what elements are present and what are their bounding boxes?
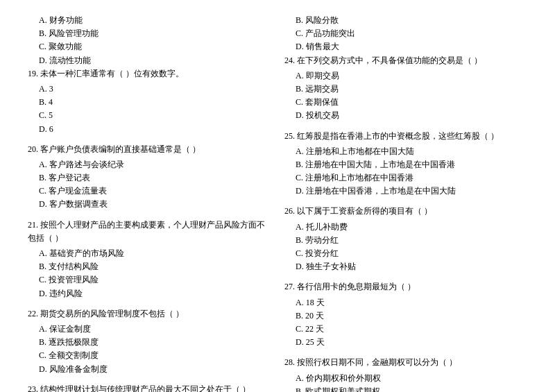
question-option: A. 保证金制度 (28, 323, 271, 336)
question-option: D. 流动性功能 (28, 54, 271, 67)
question-title: 25. 红筹股是指在香港上市的中资概念股，这些红筹股（ ） (284, 130, 527, 143)
question-option: D. 违约风险 (28, 287, 271, 300)
question-block: 23. 结构性理财计划与传统理财产品的最大不同之处在于（ ）A. 收益率高 (28, 383, 271, 392)
question-option: D. 注册地在中国香港，上市地是在中国大陆 (284, 185, 527, 198)
question-option: B. 客户登记表 (28, 171, 271, 185)
question-option: A. 托儿补助费 (284, 221, 527, 234)
question-option: B. 劳动分红 (284, 234, 527, 247)
question-option: A. 价内期权和价外期权 (284, 372, 527, 385)
question-option: B. 支付结构风险 (28, 260, 271, 273)
question-block: 21. 按照个人理财产品的主要构成要素，个人理财产品风险方面不包括（ ）A. 基… (28, 219, 271, 300)
question-block: 25. 红筹股是指在香港上市的中资概念股，这些红筹股（ ）A. 注册地和上市地都… (284, 130, 527, 198)
question-option: B. 20 天 (284, 309, 527, 323)
question-title: 23. 结构性理财计划与传统理财产品的最大不同之处在于（ ） (28, 383, 271, 392)
question-option: A. 财务功能 (28, 14, 271, 27)
question-option: D. 风险准备金制度 (28, 363, 271, 376)
question-option: D. 投机交易 (284, 109, 527, 122)
question-option: C. 注册地和上市地都在中国香港 (284, 171, 527, 185)
question-option: C. 套期保值 (284, 96, 527, 109)
question-option: A. 3 (28, 83, 271, 96)
question-option: C. 产品功能突出 (284, 27, 527, 40)
question-option: C. 全额交割制度 (28, 349, 271, 362)
right-column: B. 风险分散C. 产品功能突出D. 销售最大24. 在下列交易方式中，不具备保… (278, 14, 527, 392)
question-option: B. 逐跌抵极限度 (28, 336, 271, 349)
question-block: 28. 按照行权日期不同，金融期权可以分为（ ）A. 价内期权和价外期权B. 欧… (284, 356, 527, 392)
question-option: D. 6 (28, 123, 271, 136)
question-option: B. 风险管理功能 (28, 27, 271, 40)
left-column: A. 财务功能B. 风险管理功能C. 聚敛功能D. 流动性功能19. 未体一种汇… (28, 14, 278, 392)
question-option: C. 客户现金流量表 (28, 185, 271, 198)
question-option: A. 注册地和上市地都在中国大陆 (284, 145, 527, 158)
question-block: 26. 以下属于工资薪金所得的项目有（ ）A. 托儿补助费B. 劳动分红C. 投… (284, 205, 527, 273)
question-option: A. 18 天 (284, 296, 527, 309)
question-block: 19. 未体一种汇率通常有（ ）位有效数字。A. 3B. 4C. 5D. 6 (28, 67, 271, 136)
question-title: 19. 未体一种汇率通常有（ ）位有效数字。 (28, 67, 271, 80)
question-block: 27. 各行信用卡的免息期最短为（ ）A. 18 天B. 20 天C. 22 天… (284, 280, 527, 349)
question-option: D. 25 天 (284, 336, 527, 349)
question-option: C. 5 (28, 109, 271, 122)
question-option: D. 销售最大 (284, 40, 527, 53)
question-option: B. 远期交易 (284, 83, 527, 96)
question-block: 20. 客户账户负债表编制的直接基础通常是（ ）A. 客户路述与会谈纪录B. 客… (28, 143, 271, 212)
question-block: 22. 期货交易所的风险管理制度不包括（ ）A. 保证金制度B. 逐跌抵极限度C… (28, 307, 271, 376)
question-option: B. 欧式期权和美式期权 (284, 385, 527, 392)
question-title: 27. 各行信用卡的免息期最短为（ ） (284, 280, 527, 293)
question-option: B. 风险分散 (284, 14, 527, 27)
question-option: B. 4 (28, 96, 271, 109)
question-title: 20. 客户账户负债表编制的直接基础通常是（ ） (28, 143, 271, 156)
question-option: D. 独生子女补贴 (284, 260, 527, 273)
question-option: C. 投资分红 (284, 247, 527, 260)
question-option: C. 投资管理风险 (28, 273, 271, 287)
question-title: 26. 以下属于工资薪金所得的项目有（ ） (284, 205, 527, 218)
question-title: 28. 按照行权日期不同，金融期权可以分为（ ） (284, 356, 527, 369)
question-option: D. 客户数据调查表 (28, 198, 271, 211)
question-option: A. 基础资产的市场风险 (28, 247, 271, 260)
question-option: B. 注册地在中国大陆，上市地是在中国香港 (284, 158, 527, 171)
question-option: C. 聚敛功能 (28, 40, 271, 53)
question-title: 24. 在下列交易方式中，不具备保值功能的交易是（ ） (284, 54, 527, 67)
question-title: 21. 按照个人理财产品的主要构成要素，个人理财产品风险方面不包括（ ） (28, 219, 271, 245)
question-option: A. 客户路述与会谈纪录 (28, 158, 271, 171)
question-option: A. 即期交易 (284, 69, 527, 83)
question-title: 22. 期货交易所的风险管理制度不包括（ ） (28, 307, 271, 321)
question-block: 24. 在下列交易方式中，不具备保值功能的交易是（ ）A. 即期交易B. 远期交… (284, 54, 527, 123)
question-option: C. 22 天 (284, 323, 527, 336)
page-content: A. 财务功能B. 风险管理功能C. 聚敛功能D. 流动性功能19. 未体一种汇… (28, 14, 527, 392)
